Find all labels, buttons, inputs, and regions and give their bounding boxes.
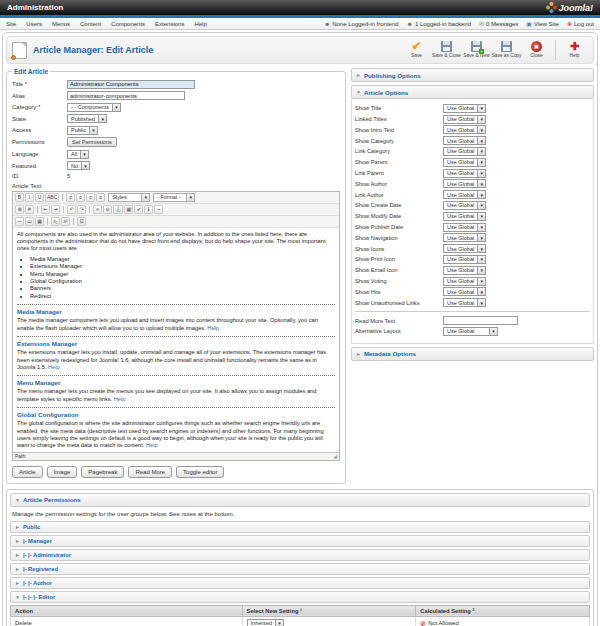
group-row-author[interactable]: ►|- |- Author [10, 577, 590, 589]
view-site-link[interactable]: ▣View Site [526, 21, 559, 27]
messages-link[interactable]: ✉0 Messages [479, 21, 518, 27]
resize-grip[interactable]: ◢ [333, 453, 337, 459]
menu-extensions[interactable]: Extensions [155, 21, 184, 27]
option-select[interactable]: Use Global▾ [443, 136, 486, 145]
publishing-options-toggle[interactable]: ►Publishing Options [351, 68, 594, 82]
editor-content[interactable]: All components are also used in the admi… [13, 228, 339, 452]
underline-icon[interactable]: U [35, 193, 44, 202]
help-button[interactable]: ✚Help [561, 40, 588, 58]
link-icon[interactable]: ∞ [93, 205, 102, 214]
group-row-registered[interactable]: ►|- Registered [10, 563, 590, 575]
align-center-icon[interactable]: ≡ [76, 193, 85, 202]
state-select[interactable]: Published▾ [67, 114, 107, 123]
italic-icon[interactable]: I [25, 193, 34, 202]
redo-icon[interactable]: ↷ [77, 205, 86, 214]
nbsp-icon[interactable]: ~ [154, 205, 163, 214]
option-select[interactable]: Use Global▾ [443, 266, 486, 275]
group-row-administrator[interactable]: ►|- |- Administrator [10, 549, 590, 561]
option-select[interactable]: Use Global▾ [443, 201, 486, 210]
title-input[interactable] [67, 80, 195, 89]
option-select[interactable]: Use Global▾ [443, 277, 486, 286]
group-row-editor[interactable]: ▼|- |- |- Editor [10, 591, 590, 603]
save-new-button[interactable]: +Save & New [463, 40, 490, 58]
pagebreak-divider [17, 375, 335, 376]
article-permissions-toggle[interactable]: ▼Article Permissions [10, 493, 590, 507]
option-select[interactable]: Use Global▾ [443, 244, 486, 253]
close-button[interactable]: ✖Close [523, 40, 550, 58]
numbered-list-icon[interactable]: # [25, 205, 34, 214]
option-select[interactable]: Use Global▾ [443, 212, 486, 221]
hr-icon[interactable]: — [15, 217, 24, 226]
set-permissions-button[interactable]: Set Permissions [67, 137, 117, 147]
strikethrough-icon[interactable]: ABC [45, 193, 59, 202]
bold-icon[interactable]: B [15, 193, 24, 202]
option-select[interactable]: Use Global▾ [443, 169, 486, 178]
save-copy-button[interactable]: Save as Copy [493, 40, 520, 58]
menu-help[interactable]: Help [194, 21, 206, 27]
readmore-button[interactable]: Read More [128, 466, 172, 478]
help-link[interactable]: Help [48, 364, 60, 370]
undo-icon[interactable]: ↶ [67, 205, 76, 214]
menu-site[interactable]: Site [6, 21, 16, 27]
option-select[interactable]: Use Global▾ [443, 125, 486, 134]
option-select[interactable]: Use Global▾ [443, 158, 486, 167]
align-justify-icon[interactable]: ≡ [96, 193, 105, 202]
language-select[interactable]: All▾ [67, 150, 89, 159]
option-select[interactable]: Use Global▾ [443, 104, 486, 113]
toggle-editor-button[interactable]: Toggle editor [176, 466, 224, 478]
format-select[interactable]: - Format -▾ [153, 193, 195, 202]
toolbar-divider [555, 40, 556, 60]
outdent-icon[interactable]: ⇤ [41, 205, 50, 214]
image-icon[interactable]: ▦ [124, 205, 133, 214]
info-icon[interactable]: ℹ [144, 205, 153, 214]
group-row-public[interactable]: ►Public [10, 521, 590, 533]
metadata-options-toggle[interactable]: ►Metadata Options [351, 347, 594, 361]
setting-select[interactable]: Inherited▾ [247, 619, 284, 626]
option-select[interactable]: Use Global▾ [443, 255, 486, 264]
cleanup-icon[interactable]: ✔ [134, 205, 143, 214]
remove-format-icon[interactable]: ▭ [25, 217, 34, 226]
read-more-input[interactable] [443, 316, 518, 325]
alt-layout-select[interactable]: Use Global▾ [443, 327, 498, 336]
menu-content[interactable]: Content [80, 21, 101, 27]
indent-icon[interactable]: ⇥ [51, 205, 60, 214]
option-select[interactable]: Use Global▾ [443, 147, 486, 156]
article-button[interactable]: Article [12, 466, 43, 478]
superscript-icon[interactable]: x² [61, 217, 70, 226]
anchor-icon[interactable]: ⚓ [113, 205, 123, 214]
menu-menus[interactable]: Menus [52, 21, 70, 27]
save-button[interactable]: ✔Save [403, 40, 430, 58]
option-select[interactable]: Use Global▾ [443, 115, 486, 124]
access-select[interactable]: Public▾ [67, 126, 98, 135]
align-right-icon[interactable]: ≡ [86, 193, 95, 202]
option-select[interactable]: Use Global▾ [443, 190, 486, 199]
help-link[interactable]: Help [146, 442, 158, 448]
alias-input[interactable] [67, 91, 185, 100]
menu-components[interactable]: Components [111, 21, 145, 27]
help-link[interactable]: Help [207, 325, 219, 331]
featured-select[interactable]: No▾ [67, 161, 90, 170]
menu-users[interactable]: Users [26, 21, 42, 27]
option-select[interactable]: Use Global▾ [443, 298, 486, 307]
frontend-users-status[interactable]: ☻None Logged-in frontend [324, 21, 399, 27]
styles-select[interactable]: Styles▾ [108, 193, 150, 202]
backend-users-status[interactable]: ☻1 Logged-in backend [407, 21, 471, 27]
subscript-icon[interactable]: x₂ [51, 217, 60, 226]
option-select[interactable]: Use Global▾ [443, 179, 486, 188]
category-select[interactable]: - - Components▾ [67, 103, 121, 112]
option-select[interactable]: Use Global▾ [443, 287, 486, 296]
image-button[interactable]: Image [47, 466, 78, 478]
option-select[interactable]: Use Global▾ [443, 233, 486, 242]
unlink-icon[interactable]: ⊘ [103, 205, 112, 214]
guidelines-icon[interactable]: ▦ [35, 217, 44, 226]
save-close-button[interactable]: Save & Close [433, 40, 460, 58]
bullet-list-icon[interactable]: ≣ [15, 205, 24, 214]
logout-link[interactable]: ⊗Log out [567, 21, 594, 27]
pagebreak-button[interactable]: Pagebreak [81, 466, 124, 478]
charmap-icon[interactable]: Ω [77, 217, 86, 226]
article-options-toggle[interactable]: ▼Article Options [351, 85, 594, 99]
option-select[interactable]: Use Global▾ [443, 223, 486, 232]
help-link[interactable]: Help [114, 396, 126, 402]
group-row-manager[interactable]: ►|- Manager [10, 535, 590, 547]
align-left-icon[interactable]: ≡ [66, 193, 75, 202]
